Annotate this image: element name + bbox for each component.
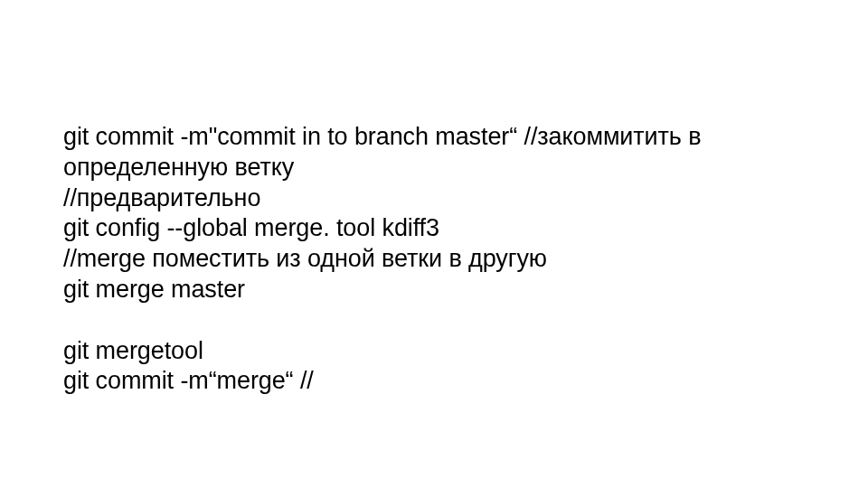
line-merge-master: git merge master <box>63 275 805 305</box>
spacer <box>63 305 805 336</box>
line-merge-comment: //merge поместить из одной ветки в другу… <box>63 244 805 275</box>
line-mergetool: git mergetool <box>63 336 805 367</box>
line-config-mergetool: git config --global merge. tool kdiff3 <box>63 213 805 244</box>
text-block-1: git commit -m"commit in to branch master… <box>63 122 805 305</box>
slide-body: git commit -m"commit in to branch master… <box>0 0 868 488</box>
line-pre-comment: //предварительно <box>63 183 805 214</box>
text-block-2: git mergetool git commit -m“merge“ // <box>63 336 805 398</box>
line-commit-branch: git commit -m"commit in to branch master… <box>63 122 805 183</box>
line-commit-merge: git commit -m“merge“ // <box>63 366 805 397</box>
